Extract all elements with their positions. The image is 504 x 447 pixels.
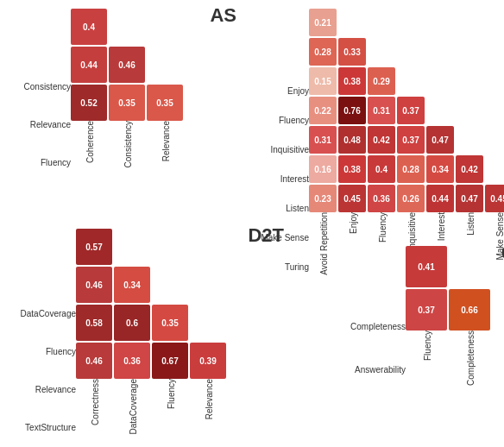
qg-col-labels: FluencyCompleteness [406,331,492,391]
row-label: Relevance [9,105,71,143]
as-grid: 0.40.440.460.520.350.35 [71,9,185,121]
matrix-cell [485,9,504,36]
matrix-cell: 0.67 [152,343,188,379]
d2t-col-labels: CorrectnessDataCoverageFluencyRelevance [76,379,228,446]
row-label: Fluency [9,143,71,181]
matrix-cell [485,67,504,95]
col-label: DataCoverage [114,379,152,446]
matrix-cell: 0.36 [114,343,150,379]
matrix-cell: 0.38 [338,155,366,183]
matrix-cell: 0.47 [426,126,454,154]
matrix-cell [426,97,454,124]
matrix-cell: 0.37 [397,126,425,154]
d2t-grid: 0.570.460.340.580.60.350.460.360.670.39 [76,229,228,379]
col-label: Completeness [449,331,492,391]
matrix-cell [456,67,483,95]
as-title: AS [210,4,236,27]
matrix-cell: 0.57 [76,229,112,265]
matrix-cell [456,9,483,36]
matrix-cell [368,9,395,36]
matrix-cell [426,38,454,66]
row-label: Turing [250,252,309,281]
col-label: Avoid Repetition [309,212,338,281]
matrix-cell [426,67,454,95]
matrix-cell: 0.23 [309,185,337,212]
col-label: Relevance [147,121,185,181]
row-label: Fluency [9,332,76,370]
matrix-cell [397,38,425,66]
matrix-cell: 0.22 [309,97,337,124]
matrix-cell: 0.48 [338,126,366,154]
as-matrix: AS ConsistencyRelevanceFluency 0.40.440.… [9,9,185,181]
matrix-cell [152,229,188,265]
matrix-cell: 0.26 [397,185,425,212]
qg-matrix: QG CompletenessAnswerability 0.410.370.6… [337,246,492,391]
matrix-cell: 0.31 [368,97,395,124]
row-label: Interest [250,164,309,193]
as-col-labels: CoherenceConsistencyRelevance [71,121,185,181]
matrix-cell: 0.47 [456,185,483,212]
matrix-cell: 0.33 [338,38,366,66]
matrix-cell [485,155,504,183]
qg-grid: 0.410.370.66 [406,246,492,331]
matrix-cell [456,97,483,124]
matrix-cell [485,97,504,124]
row-label: Listen [250,193,309,223]
matrix-cell: 0.28 [309,38,337,66]
matrix-cell [456,126,483,154]
matrix-cell: 0.58 [76,305,112,341]
matrix-cell: 0.31 [309,126,337,154]
matrix-cell [190,305,226,341]
matrix-cell: 0.42 [456,155,483,183]
row-label: TextStructure [9,408,76,446]
col-label: Consistency [109,121,147,181]
col-label: Fluency [406,331,449,391]
dg-matrix: DG EnjoyFluencyInquisitiveInterestListen… [250,9,504,281]
col-label: Correctness [76,379,114,446]
matrix-cell [397,67,425,95]
row-label: Completeness [337,305,406,348]
d2t-row-labels: DataCoverageFluencyRelevanceTextStructur… [9,229,76,446]
as-row-labels: ConsistencyRelevanceFluency [9,9,71,181]
matrix-cell: 0.35 [147,85,183,121]
dg-grid: 0.210.280.330.150.380.290.220.760.310.37… [309,9,504,212]
col-label: Fluency [152,379,190,446]
matrix-cell: 0.4 [71,9,107,45]
matrix-cell: 0.38 [338,67,366,95]
matrix-cell: 0.15 [309,67,337,95]
matrix-cell [368,38,395,66]
matrix-cell: 0.44 [71,47,107,83]
row-label: Consistency [9,67,71,105]
matrix-cell: 0.34 [426,155,454,183]
matrix-cell: 0.21 [309,9,337,36]
matrix-cell: 0.34 [114,267,150,303]
matrix-cell: 0.39 [190,343,226,379]
matrix-cell [147,47,183,83]
matrix-cell: 0.35 [152,305,188,341]
matrix-cell: 0.52 [71,85,107,121]
row-label: Answerability [337,348,406,391]
matrix-cell [114,229,150,265]
matrix-cell: 0.36 [368,185,395,212]
matrix-cell: 0.46 [109,47,145,83]
matrix-cell: 0.4 [368,155,395,183]
matrix-cell: 0.29 [368,67,395,95]
qg-row-labels: CompletenessAnswerability [337,246,406,391]
matrix-cell [449,246,490,287]
matrix-cell: 0.46 [76,343,112,379]
row-label: Fluency [250,105,309,135]
matrix-cell: 0.16 [309,155,337,183]
matrix-cell [190,267,226,303]
matrix-cell: 0.45 [338,185,366,212]
matrix-cell [485,38,504,66]
matrix-cell [397,9,425,36]
matrix-cell: 0.46 [76,267,112,303]
matrix-cell: 0.37 [397,97,425,124]
matrix-cell [485,126,504,154]
col-label: Coherence [71,121,109,181]
d2t-matrix: D2T DataCoverageFluencyRelevanceTextStru… [9,229,228,446]
d2t-title: D2T [248,224,284,247]
col-label: Relevance [190,379,228,446]
matrix-cell: 0.66 [449,289,490,331]
matrix-cell: 0.44 [426,185,454,212]
